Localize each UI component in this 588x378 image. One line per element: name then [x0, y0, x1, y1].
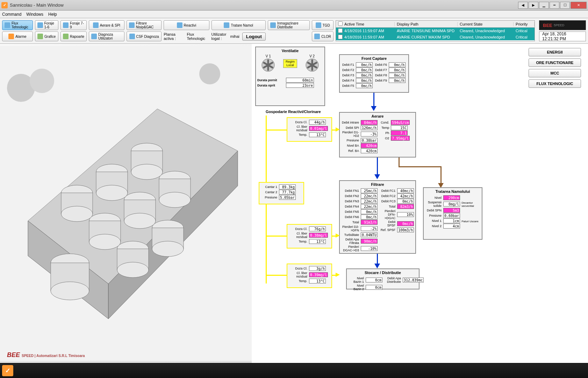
col-active-time[interactable]: Active Time [342, 22, 395, 26]
monitor-icon [129, 22, 135, 28]
monitor-icon [63, 22, 69, 28]
flux-tehnologic-button[interactable]: Flux Tehnologic [2, 20, 33, 30]
value-display: 5.05bar [279, 195, 296, 200]
tgd-button[interactable]: TGD [312, 20, 334, 30]
namol-panel: Tratarea Namolului Nivel290cmSuspensii s… [423, 187, 482, 240]
menu-command[interactable]: Command [2, 12, 21, 17]
start-button[interactable]: ✓ [2, 365, 13, 376]
value-display: 0mc/h [397, 221, 414, 226]
rapoarte-button[interactable]: Rapoarte [60, 31, 87, 41]
svg-point-30 [51, 282, 89, 300]
durata-pornit-value: 60min [286, 78, 314, 83]
value-display: 0mc/h [389, 62, 406, 67]
value-display: 0mc/h [361, 209, 378, 214]
aerare-spi-button[interactable]: Aerare & SPI [89, 20, 124, 30]
gear-icon [91, 34, 97, 39]
value-display: 0.38mg/l [309, 233, 328, 238]
value-display: 13°C [309, 279, 326, 284]
scroll-left-button[interactable]: ◀ [518, 2, 528, 9]
logout-button[interactable]: Logout [242, 33, 266, 41]
value-display: 0mc/h [361, 215, 378, 219]
value-display: 90mc/h [361, 239, 378, 244]
value-display: 22mc/h [361, 199, 378, 204]
col-current-state[interactable]: Current State [458, 22, 514, 26]
reactivi-button[interactable]: Reactivi [164, 20, 209, 30]
value-display: 0cm [366, 278, 382, 282]
menu-windows[interactable]: Windows [26, 12, 43, 17]
diagnoza-utilizatori-button[interactable]: Diagnoza Utilizatori [89, 31, 124, 41]
monitor-icon [270, 22, 276, 28]
csf-diagnoza-button[interactable]: CSF Diagnoza [127, 31, 162, 41]
taskbar[interactable]: ✓ [0, 363, 588, 378]
filtrare-panel: Filtrare Debit FN125mc/hDebit FN222mc/hD… [339, 180, 416, 254]
value-display: 0mc/h [397, 199, 414, 204]
mcc-button[interactable]: MCC [529, 69, 581, 77]
col-priority[interactable]: Priority [514, 22, 535, 26]
value-display: 0mc/h [356, 68, 373, 72]
foraje16-button[interactable]: Foraje 1-6 [35, 20, 58, 30]
regim-local-badge: Regim Local [283, 59, 297, 68]
v1-label: V 1 [261, 54, 275, 58]
value-display: 84mc/h [361, 120, 378, 125]
value-display: 312,839mc [403, 278, 424, 282]
close-button[interactable]: ✕ [571, 2, 587, 9]
svg-point-15 [89, 234, 121, 250]
value-display: -2% [361, 226, 378, 231]
value-display: 420cm [361, 143, 378, 148]
monitor-icon [316, 22, 321, 28]
grafice-button[interactable]: Grafice [35, 31, 58, 41]
value-display: 0mc/h [389, 73, 406, 78]
svg-point-21 [159, 192, 191, 208]
value-display: 0mc/h [356, 73, 373, 78]
monitor-icon [224, 22, 229, 28]
value-display: 0mc/h [389, 78, 406, 83]
alarm-row[interactable]: 4/18/2016 11:59:07 AM AVARIE CURENT MAXI… [336, 34, 535, 40]
energii-button[interactable]: ENERGII [529, 48, 581, 56]
menu-help[interactable]: Help [48, 12, 57, 17]
value-display: 0mg/l [443, 202, 460, 206]
v2-label: V 2 [305, 54, 319, 58]
svg-point-9 [96, 185, 128, 201]
minimize-button[interactable]: ━ [550, 2, 559, 9]
svg-point-6 [61, 206, 93, 222]
chart-icon [37, 34, 43, 39]
value-display: 13°C [309, 132, 326, 137]
side-buttons: ENERGII ORE FUNCTIONARE MCC FLUX TEHNOLO… [529, 48, 581, 88]
value-display: 10% [397, 212, 414, 217]
datetime-display: Apr 18, 2016 12:21:32 PM [539, 31, 586, 41]
menubar: Command Windows Help [0, 10, 588, 18]
alarm-row[interactable]: 4/18/2016 11:59:07 AM AVARIE TENSIUNE MI… [336, 28, 535, 34]
plant-logo: BEE SPEED | Automatizari S.R.L Timisoara [7, 351, 85, 359]
foraje79-button[interactable]: Foraje 7-9 [60, 20, 87, 30]
collapse-button[interactable]: ▁ [539, 2, 549, 9]
inmagazinare-button[interactable]: Inmagazinare Distributie [268, 20, 310, 30]
scroll-right-button[interactable]: ▶ [529, 2, 538, 9]
ventilatie-panel: Ventilatie V 1 Regim Local V 2 Durata po… [255, 47, 325, 106]
window-title: Sannicolau - Main Window [10, 2, 517, 8]
value-display: 77.7kg [279, 190, 296, 195]
gear-icon [129, 34, 135, 39]
value-display: 290cm [443, 195, 460, 200]
tratare-namol-button[interactable]: Tratare Namol [211, 20, 266, 30]
flux-tehnologic-side-button[interactable]: FLUX TEHNOLOGIC [529, 79, 581, 88]
value-display: 0.38bar [361, 138, 378, 143]
ore-functionare-button[interactable]: ORE FUNCTIONARE [529, 58, 581, 67]
value-display: 0mc/h [356, 83, 373, 88]
monitor-icon [5, 22, 10, 28]
alarme-button[interactable]: Alarme [2, 31, 33, 41]
value-display: 126mc/h [361, 125, 378, 130]
value-display: 25mc/h [361, 188, 378, 193]
svg-point-33 [199, 63, 220, 84]
value-display: 4cm [443, 224, 460, 229]
value-display: 0.01mg/l [309, 126, 328, 131]
maximize-button[interactable]: ☐ [560, 2, 570, 9]
svg-point-18 [124, 213, 156, 229]
value-display: 3g/h [309, 266, 326, 271]
filtrare-button[interactable]: Filtrare Nisip&GAC [127, 20, 162, 30]
main-content: BEE SPEED | Automatizari S.R.L Timisoara… [0, 44, 588, 363]
clor-button[interactable]: CLOR [312, 31, 334, 41]
col-display-path[interactable]: Display Path [395, 22, 458, 26]
reactivi2-panel: Doza Cl.76g/hCl. liber rezidual0.38mg/lT… [287, 224, 332, 248]
value-display: 0mc/h [356, 78, 373, 83]
value-display: 13°C [309, 239, 326, 244]
